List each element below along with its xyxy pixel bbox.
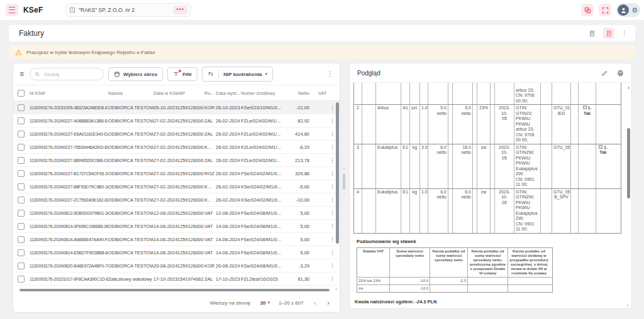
menu-button[interactable]: [6, 4, 18, 16]
company-more-button[interactable]: •••: [174, 6, 187, 14]
table-row[interactable]: 1130093176-20240227-B1737C54CF93-31ODBIO…: [13, 167, 340, 180]
split-drag-handle[interactable]: [343, 173, 345, 190]
table-row[interactable]: 1130093176-20240227-88996520C0B6-01ODBIO…: [13, 154, 340, 167]
table-row[interactable]: 1130093176-20240814-0F695C196686-36ODBIO…: [13, 220, 340, 233]
vertical-scrollbar[interactable]: [336, 102, 339, 244]
column-header[interactable]: NIP: [177, 90, 204, 96]
cell: 20-08-2024: [153, 263, 177, 269]
preview-view-button[interactable]: [603, 28, 614, 39]
summary-title: Podsumowanie wg stawek: [357, 239, 623, 245]
row-checkbox[interactable]: [18, 170, 25, 177]
column-header[interactable]: Numer źródłowy: [241, 90, 289, 96]
page-menu-icon[interactable]: ⋮: [620, 30, 629, 36]
cell: KOR: [204, 263, 216, 269]
row-checkbox[interactable]: [18, 223, 25, 230]
invoice-item-cell: GTU_01 IED: [552, 105, 571, 144]
row-menu-icon[interactable]: ⋮: [328, 276, 336, 282]
row-checkbox[interactable]: [18, 144, 25, 151]
cell: -22,00: [289, 105, 313, 111]
table-row[interactable]: 1130093176-20240227-76539446A2ED-EDODBIO…: [13, 141, 340, 154]
row-checkbox[interactable]: [18, 210, 25, 217]
row-menu-icon[interactable]: ⋮: [328, 249, 336, 256]
row-checkbox[interactable]: [18, 236, 25, 243]
row-checkbox[interactable]: [18, 157, 25, 164]
copy-documents-button[interactable]: [581, 4, 594, 16]
column-header[interactable]: Nr KSeF: [30, 91, 108, 95]
column-header[interactable]: Data wyst...: [216, 90, 241, 96]
preview-scrollbar[interactable]: [627, 128, 630, 198]
print-icon[interactable]: [617, 70, 624, 77]
invoice-item-cell: [453, 83, 473, 104]
invoice-item-cell: GTIN: GTINZW; PKWiU: PKWiU Eukapiptus ZW…: [514, 189, 541, 233]
invoice-item-cell: [579, 83, 596, 104]
cell: ODBIORCA TESTOWY PEŁ...: [108, 171, 153, 176]
avatar[interactable]: [618, 4, 629, 16]
table-row[interactable]: 1130093176-20240812-5DB0D0379B01-30ODBIO…: [13, 207, 340, 220]
next-page-button[interactable]: ›: [326, 300, 331, 306]
table-row[interactable]: 1130093176-20240820-B46E972A4BF0-73ODBIO…: [13, 259, 340, 273]
list-view-button[interactable]: [586, 28, 597, 39]
summary-header-cell: Suma wartości sprzedaży netto: [390, 248, 430, 277]
fullscreen-button[interactable]: [599, 4, 611, 16]
company-selector[interactable]: "RAKS" SP. Z O.O. nr 2 •••: [65, 3, 191, 17]
row-checkbox[interactable]: [18, 131, 25, 138]
edit-icon[interactable]: [601, 70, 608, 77]
table-row[interactable]: 1130093176-20240227-88F53D79C9B0-1BODBIO…: [13, 180, 340, 193]
column-header[interactable]: Ro...: [204, 90, 216, 96]
row-checkbox[interactable]: [18, 276, 25, 283]
cell: 5,00: [289, 237, 313, 242]
table-row[interactable]: 1130093176-20240814-A6666E47AA90-F2ODBIO…: [13, 233, 340, 246]
row-checkbox[interactable]: [18, 249, 25, 256]
building-icon: [69, 7, 75, 13]
column-header[interactable]: VAT: [313, 90, 327, 96]
cell: 213,78: [289, 158, 313, 163]
invoice-item-cell: [491, 83, 495, 104]
prev-page-button[interactable]: ‹: [313, 300, 318, 306]
warning-icon: [15, 49, 22, 56]
column-header[interactable]: Nazwa: [108, 90, 153, 96]
invoice-item-cell: [362, 83, 376, 104]
cell: 5,00: [289, 210, 313, 216]
nip-filter-dropdown[interactable]: NIP kontrahenta ▾: [202, 67, 273, 82]
row-menu-icon[interactable]: ⋮: [328, 262, 336, 269]
preview-header: Podgląd: [350, 63, 631, 83]
select-all-checkbox[interactable]: [18, 90, 25, 97]
invoice-item-cell: E1: [401, 189, 410, 233]
invoice-item-cell: kg: [410, 144, 420, 188]
table-row[interactable]: 1130093176-20240227-E6A01161E340-D2ODBIO…: [13, 127, 340, 141]
horizontal-scrollbar[interactable]: ›: [13, 288, 340, 293]
table-row[interactable]: 1130093176-20231005-38323A248DEB-E1ODBIO…: [13, 101, 340, 114]
search-box[interactable]: [30, 68, 104, 80]
settings-icon[interactable]: ⚙: [631, 7, 638, 14]
cell: 1130093176-20240820-B46E972A4BF0-73: [30, 264, 108, 268]
cell: 1259126000: [177, 184, 204, 190]
table-row[interactable]: 1130093176-20240227-A068B83A13B6-ECODBIO…: [13, 114, 340, 127]
row-checkbox[interactable]: [18, 104, 25, 111]
summary-cell: [468, 278, 508, 284]
cell: 17-10-2023: [216, 276, 241, 282]
invoice-item-row: 3EukaliptusE1kg3.06.0 netto18.0 nettozw2…: [354, 144, 621, 189]
table-row[interactable]: 1130093176-20240814-E5B27F9D38B8-6EODBIO…: [13, 246, 340, 259]
preview-panel: Podgląd arbuz 23; CN: 9706 00 00;2ArbuzA…: [349, 63, 632, 309]
table-row[interactable]: 1130093176-20240227-2C7592A9E162-E8ODBIO…: [13, 193, 340, 207]
search-input[interactable]: [43, 71, 96, 78]
list-menu-icon[interactable]: ≡: [18, 70, 25, 78]
select-period-button[interactable]: Wybierz okres: [108, 67, 163, 81]
table-row[interactable]: 1130093176-20231017-9F8CAA390C1D-B9Zalic…: [13, 273, 340, 286]
filter-button[interactable]: Filtr: [167, 67, 197, 81]
invoice-item-cell: [420, 83, 428, 104]
row-checkbox[interactable]: [18, 183, 25, 190]
list-options-icon[interactable]: ⋮: [326, 71, 335, 77]
cell: 1259126000: [177, 144, 204, 150]
column-header[interactable]: Netto: [289, 90, 313, 96]
row-checkbox[interactable]: [18, 197, 25, 203]
preview-scroll-down-icon[interactable]: ⌄: [626, 302, 630, 308]
scroll-right-arrow[interactable]: ›: [335, 286, 337, 292]
row-checkbox[interactable]: [18, 262, 25, 269]
rows-per-page-select[interactable]: 20▾: [260, 300, 270, 306]
horizontal-scroll-thumb[interactable]: [19, 289, 330, 291]
cell: 1259126000: [177, 171, 204, 176]
preview-scroll-up-icon[interactable]: ▲: [627, 85, 630, 90]
column-header[interactable]: Data w KSeF: [153, 90, 177, 96]
row-checkbox[interactable]: [18, 117, 25, 124]
